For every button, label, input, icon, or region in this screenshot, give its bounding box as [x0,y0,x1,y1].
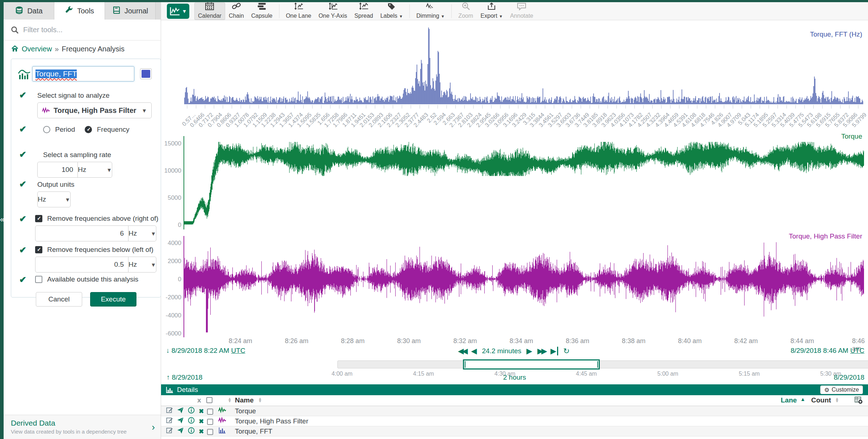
signal-select[interactable]: Torque, High Pass Filter ▼ [37,102,152,118]
step-forward-fast-button[interactable]: ▶▶ [537,347,545,355]
remove-below-unit: Hz [128,261,137,269]
row-name[interactable]: Torque, FFT [235,427,272,435]
edit-icon[interactable] [165,407,173,415]
toolbar-capsule-button[interactable]: Capsule [248,3,276,20]
tab-journal[interactable]: Journal [105,2,156,20]
toolbar-dimming-button[interactable]: Dimming ▼ [413,3,448,20]
send-to-worksheet-icon[interactable] [176,407,184,415]
frequency-radio[interactable] [85,126,92,133]
details-panel-header: Details ⚙ Customize [161,384,868,395]
count-column-header[interactable]: Count [811,396,831,404]
sampling-unit-select[interactable]: Hz ▼ [77,162,112,178]
timeline-range-label[interactable]: 2 hours [503,373,526,381]
range-duration-label[interactable]: 24.2 minutes [482,347,521,355]
customize-button[interactable]: ⚙ Customize [820,385,863,394]
cancel-button[interactable]: Cancel [36,292,82,307]
worksheet-view-button[interactable]: ▼ [167,4,189,19]
remove-above-checkbox[interactable] [35,215,42,222]
derived-data-footer[interactable]: Derived Data View data created by tools … [4,415,161,439]
edit-icon[interactable] [165,427,173,436]
sort-icon[interactable]: ▲▼ [228,397,232,402]
search-icon [11,26,19,34]
zoom-icon [461,2,471,12]
edit-icon[interactable] [165,417,173,426]
row-checkbox[interactable] [206,407,214,415]
remove-icon[interactable]: ✖ [197,407,205,415]
step-forward-button[interactable]: ▶ [526,347,532,355]
color-swatch-button[interactable] [140,68,152,79]
step-back-fast-button[interactable]: ◀◀ [458,347,466,355]
toolbar-one-lane-button[interactable]: One Lane [282,3,315,20]
remove-below-checkbox[interactable] [35,246,42,253]
step-to-end-button[interactable]: ▶ [551,347,558,355]
remove-icon[interactable]: ✖ [197,427,205,435]
remove-below-unit-select[interactable]: Hz ▼ [128,257,156,273]
table-row[interactable]: ✖Torque1145100 [161,406,868,416]
toolbar-labels-button[interactable]: Labels ▼ [377,3,406,20]
toolbar-calendar-button[interactable]: Calendar [194,3,225,20]
period-radio[interactable] [43,126,50,133]
breadcrumb-separator: » [55,45,59,53]
table-row[interactable]: ✖Torque, High Pass Filter2145100 [161,416,868,426]
remove-above-input[interactable]: 6 [35,225,128,241]
info-icon[interactable] [187,417,195,426]
lane-column-header[interactable]: Lane [781,396,797,404]
row-checkbox[interactable] [206,417,214,425]
refresh-icon[interactable]: ↻ [563,347,570,355]
home-icon[interactable] [11,45,19,53]
range-end-link[interactable]: 8/29/2018 8:46 AM UTC [791,347,864,355]
sort-icon[interactable]: ▲▼ [835,397,839,402]
torque-signal-chart[interactable] [184,136,864,229]
sort-icon[interactable]: ▲▼ [258,397,262,402]
output-units-value: Hz [38,195,46,203]
chevron-right-icon: › [152,422,155,433]
timeline-selection[interactable] [463,359,600,370]
signal-icon [218,407,226,415]
hpf-signal-chart[interactable] [184,236,864,337]
row-checkbox[interactable] [206,427,214,435]
range-start-link[interactable]: ↓ 8/29/2018 8:22 AM UTC [166,347,245,355]
breadcrumb-overview-link[interactable]: Overview [22,45,52,53]
timeline-track[interactable] [337,360,868,368]
filter-tools-input[interactable] [23,26,143,34]
execute-button[interactable]: Execute [90,292,136,307]
display-range-row: ↓ 8/29/2018 8:22 AM UTC ◀◀ ◀ 24.2 minute… [161,346,868,358]
remove-below-input[interactable]: 0.5 [35,257,128,273]
chevron-down-icon: ▼ [182,8,187,14]
name-column-header[interactable]: Name [235,396,254,404]
table-row[interactable]: ✖Torque, FFT [161,426,868,436]
fft-spectrum-chart[interactable] [184,25,864,109]
row-name[interactable]: Torque, High Pass Filter [235,417,308,425]
output-units-select[interactable]: Hz ▼ [37,191,71,207]
toolbar-separator [279,4,279,18]
toolbar-zoom-button: Zoom [455,3,477,20]
remove-above-unit-select[interactable]: Hz ▼ [128,225,156,241]
toolbar-chain-button[interactable]: Chain [225,3,248,20]
available-outside-checkbox[interactable] [35,276,42,283]
tab-tools[interactable]: Tools [54,2,105,20]
toolbar-export-button[interactable]: Export ▼ [477,3,507,20]
tab-data[interactable]: Data [4,2,54,20]
remove-all-button[interactable]: x [197,396,201,404]
toolbar-spread-button[interactable]: Spread [351,3,377,20]
remove-above-value: 6 [120,229,124,237]
send-to-worksheet-icon[interactable] [176,417,184,426]
chevron-down-icon: ▼ [106,167,112,173]
info-icon[interactable] [187,407,195,415]
remove-icon[interactable]: ✖ [197,417,205,425]
investigate-date-left[interactable]: ↑ 8/29/2018 [167,373,202,381]
sampling-rate-input[interactable]: 100 [37,162,78,178]
database-icon [15,6,24,16]
trend-chart-icon [169,7,180,16]
investigate-date-right: 8/29/2018 [834,373,864,381]
remove-above-unit: Hz [128,229,137,237]
add-column-icon[interactable] [855,397,863,404]
row-name[interactable]: Torque [235,407,256,415]
timeline-tick-label: 4:15 am [413,371,434,377]
select-all-checkbox[interactable] [206,397,212,403]
send-to-worksheet-icon[interactable] [176,427,184,436]
step-back-button[interactable]: ◀ [471,347,477,355]
toolbar-one-y-axis-button[interactable]: One Y-Axis [315,3,351,20]
info-icon[interactable] [187,427,195,436]
tool-name-input[interactable]: Torque, FFT [32,66,134,81]
